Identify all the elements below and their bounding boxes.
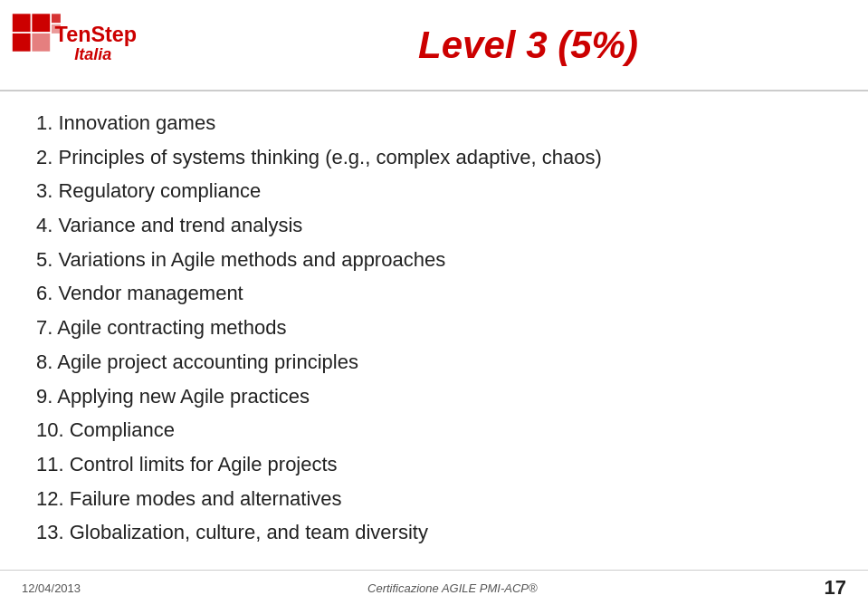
item-number: 10.: [36, 418, 64, 441]
list-item: 12. Failure modes and alternatives: [36, 482, 832, 516]
logo-area: TenStep Italia: [11, 11, 210, 79]
svg-text:TenStep: TenStep: [55, 23, 138, 46]
item-text: Failure modes and alternatives: [70, 487, 342, 510]
item-text: Regulatory compliance: [58, 179, 261, 202]
list-item: 7. Agile contracting methods: [36, 311, 832, 345]
item-number: 7.: [36, 316, 52, 339]
item-text: Agile contracting methods: [57, 316, 286, 339]
svg-rect-3: [32, 34, 50, 52]
svg-rect-4: [52, 14, 61, 23]
footer-page-number: 17: [825, 576, 846, 600]
item-number: 4.: [36, 214, 52, 236]
list-item: 9. Applying new Agile practices: [36, 379, 832, 414]
item-number: 3.: [36, 179, 52, 202]
item-number: 1.: [36, 111, 52, 134]
item-text: Applying new Agile practices: [57, 385, 310, 408]
header-title-area: Level 3 (5%): [210, 24, 846, 67]
item-number: 13.: [36, 521, 64, 543]
svg-rect-0: [13, 14, 31, 32]
list-item: 13. Globalization, culture, and team div…: [36, 515, 832, 550]
footer-certification: Certificazione AGILE PMI-ACP®: [367, 581, 538, 595]
footer-date: 12/04/2013: [22, 581, 81, 595]
item-text: Globalization, culture, and team diversi…: [70, 521, 428, 543]
list-item: 1. Innovation games: [36, 106, 832, 140]
logo-image: TenStep Italia: [11, 11, 174, 79]
item-text: Control limits for Agile projects: [70, 453, 338, 475]
item-number: 5.: [36, 248, 52, 271]
content-area: 1. Innovation games 2. Principles of sys…: [0, 91, 868, 570]
page-title: Level 3 (5%): [418, 24, 638, 67]
list-item: 11. Control limits for Agile projects: [36, 447, 832, 482]
svg-rect-1: [32, 14, 50, 32]
svg-rect-2: [13, 34, 31, 52]
item-text: Principles of systems thinking (e.g., co…: [58, 146, 601, 168]
footer: 12/04/2013 Certificazione AGILE PMI-ACP®…: [0, 570, 868, 605]
list-item: 10. Compliance: [36, 413, 832, 447]
header: TenStep Italia Level 3 (5%): [0, 0, 868, 91]
item-number: 2.: [36, 146, 52, 168]
item-text: Innovation games: [58, 111, 215, 134]
item-number: 9.: [36, 385, 52, 408]
svg-text:Italia: Italia: [74, 45, 111, 63]
list-item: 2. Principles of systems thinking (e.g.,…: [36, 140, 832, 175]
item-text: Agile project accounting principles: [57, 351, 358, 373]
list-item: 6. Vendor management: [36, 276, 832, 311]
item-text: Variations in Agile methods and approach…: [58, 248, 445, 271]
slide-container: TenStep Italia Level 3 (5%) 1. Innovatio…: [0, 0, 868, 605]
item-text: Vendor management: [58, 282, 243, 304]
list-item: 8. Agile project accounting principles: [36, 345, 832, 379]
list-item: 3. Regulatory compliance: [36, 174, 832, 208]
item-number: 8.: [36, 351, 52, 373]
list-item: 5. Variations in Agile methods and appro…: [36, 243, 832, 277]
item-number: 6.: [36, 282, 52, 304]
item-text: Variance and trend analysis: [58, 214, 302, 236]
item-text: Compliance: [70, 418, 175, 441]
item-number: 12.: [36, 487, 64, 510]
item-number: 11.: [36, 453, 64, 475]
list-item: 4. Variance and trend analysis: [36, 208, 832, 243]
